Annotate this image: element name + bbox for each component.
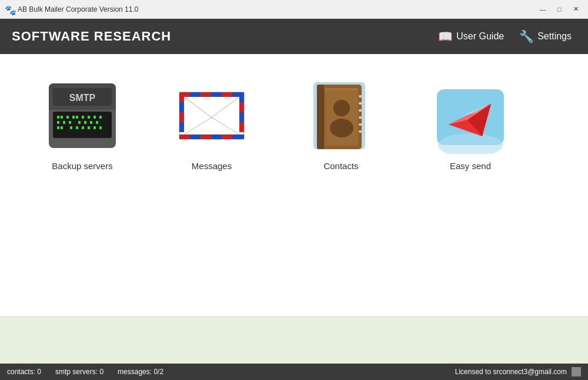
svg-rect-27: [88, 126, 90, 129]
svg-rect-37: [179, 134, 190, 139]
svg-rect-8: [66, 116, 69, 119]
svg-rect-7: [61, 116, 63, 119]
svg-rect-47: [239, 92, 244, 102]
easy-send-item[interactable]: Easy send: [423, 78, 517, 171]
status-licensed: Licensed to srconnect3@gmail.com: [455, 368, 567, 376]
svg-rect-59: [359, 95, 363, 97]
svg-rect-6: [57, 116, 59, 119]
svg-rect-12: [88, 116, 90, 119]
messages-item[interactable]: Messages: [165, 78, 259, 171]
svg-rect-58: [317, 85, 324, 149]
status-messages: messages: 0/2: [118, 368, 163, 376]
svg-text:SMTP: SMTP: [69, 93, 96, 103]
settings-icon: 🔧: [519, 29, 534, 43]
user-guide-button[interactable]: 📖 User Guide: [433, 27, 509, 46]
svg-rect-38: [190, 134, 201, 139]
svg-rect-39: [201, 134, 211, 139]
backup-servers-label: Backup servers: [52, 161, 112, 171]
svg-point-67: [330, 119, 353, 137]
content-spacer: [0, 183, 588, 317]
svg-rect-34: [211, 92, 222, 97]
svg-rect-48: [239, 102, 244, 112]
svg-rect-22: [57, 126, 59, 129]
close-button[interactable]: ✕: [568, 4, 583, 15]
status-bar: contacts: 0 smtp servers: 0 messages: 0/…: [0, 364, 588, 380]
main-content: SMTP: [0, 54, 588, 364]
status-contacts: contacts: 0: [7, 368, 41, 376]
svg-rect-20: [90, 121, 92, 124]
log-area: [0, 317, 588, 364]
title-bar-text: AB Bulk Mailer Corporate Version 11.0: [18, 5, 138, 14]
contacts-item[interactable]: Contacts: [294, 78, 388, 171]
brand-title: SOFTWARE RESEARCH: [12, 29, 171, 44]
svg-rect-26: [82, 126, 84, 129]
svg-rect-24: [70, 126, 72, 129]
svg-rect-64: [359, 130, 363, 133]
svg-rect-19: [84, 121, 86, 124]
easy-send-icon: [432, 78, 509, 154]
contacts-label: Contacts: [323, 161, 358, 171]
svg-rect-29: [99, 126, 102, 129]
user-guide-label: User Guide: [456, 31, 504, 42]
svg-rect-40: [211, 134, 222, 139]
svg-rect-63: [359, 123, 363, 126]
svg-rect-18: [78, 121, 81, 124]
easy-send-label: Easy send: [450, 161, 491, 171]
messages-icon: [173, 78, 250, 154]
svg-rect-61: [359, 109, 363, 112]
svg-rect-9: [72, 116, 75, 119]
title-bar-left: 🐾 AB Bulk Mailer Corporate Version 11.0: [5, 5, 138, 14]
messages-label: Messages: [192, 161, 232, 171]
contacts-icon: [303, 78, 379, 154]
title-bar-controls: — □ ✕: [535, 4, 583, 15]
svg-rect-41: [222, 134, 232, 139]
svg-rect-23: [61, 126, 63, 129]
user-guide-icon: 📖: [438, 29, 453, 43]
svg-rect-5: [53, 112, 112, 138]
svg-rect-28: [93, 126, 96, 129]
maximize-button[interactable]: □: [552, 4, 567, 15]
svg-rect-62: [359, 116, 363, 119]
svg-rect-43: [179, 92, 184, 102]
app-icon: 🐾: [5, 5, 14, 14]
header-actions: 📖 User Guide 🔧 Settings: [433, 27, 576, 46]
svg-rect-17: [69, 121, 71, 124]
backup-servers-icon: SMTP: [44, 78, 121, 154]
svg-rect-44: [179, 102, 184, 112]
svg-rect-15: [57, 121, 59, 124]
svg-rect-68: [325, 88, 358, 90]
svg-rect-16: [63, 121, 65, 124]
svg-rect-33: [201, 92, 211, 97]
svg-rect-32: [190, 92, 201, 97]
svg-rect-10: [76, 116, 78, 119]
svg-rect-35: [222, 92, 232, 97]
settings-button[interactable]: 🔧 Settings: [514, 27, 576, 46]
svg-rect-21: [96, 121, 98, 124]
svg-rect-49: [239, 112, 244, 122]
svg-rect-45: [179, 112, 184, 122]
svg-rect-60: [359, 102, 363, 105]
svg-rect-42: [232, 134, 244, 139]
svg-rect-50: [239, 122, 244, 132]
icons-grid: SMTP: [0, 54, 588, 183]
svg-rect-46: [179, 122, 184, 132]
status-left: contacts: 0 smtp servers: 0 messages: 0/…: [7, 368, 163, 376]
minimize-button[interactable]: —: [535, 4, 550, 15]
svg-rect-25: [76, 126, 78, 129]
status-right: Licensed to srconnect3@gmail.com: [455, 367, 581, 376]
title-bar: 🐾 AB Bulk Mailer Corporate Version 11.0 …: [0, 0, 588, 19]
backup-servers-item[interactable]: SMTP: [35, 78, 129, 171]
status-smtp: smtp servers: 0: [55, 368, 103, 376]
svg-point-66: [333, 100, 350, 116]
svg-rect-14: [99, 116, 102, 119]
svg-rect-13: [93, 116, 96, 119]
settings-label: Settings: [537, 31, 572, 42]
header-bar: SOFTWARE RESEARCH 📖 User Guide 🔧 Setting…: [0, 19, 588, 54]
resize-grip: [572, 367, 581, 376]
svg-rect-11: [82, 116, 84, 119]
